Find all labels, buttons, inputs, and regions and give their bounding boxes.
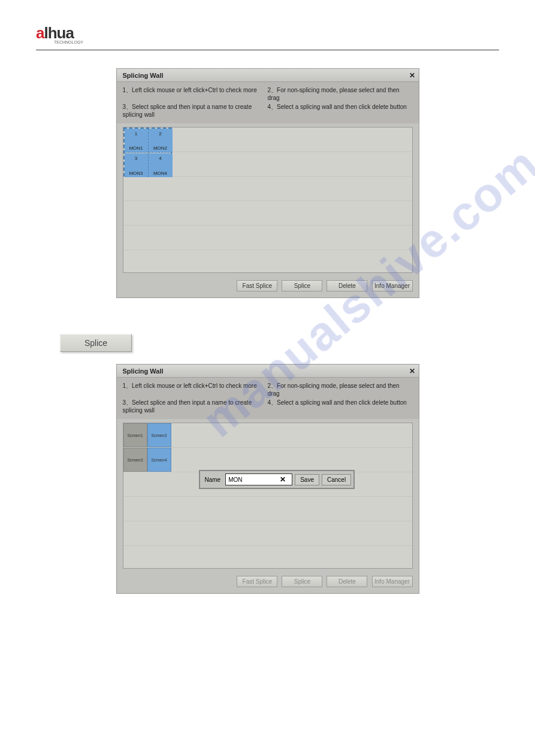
screen-cell-1[interactable]: Screen1 <box>123 423 147 447</box>
clear-icon[interactable]: ✕ <box>280 475 288 484</box>
instruction-2: 2、For non-splicing mode, please select a… <box>268 86 413 101</box>
close-icon[interactable]: ✕ <box>409 367 415 375</box>
monitor-cell-3[interactable]: 3 MON3 <box>125 153 149 177</box>
monitor-label: MON3 <box>125 171 148 176</box>
instruction-3: 3、Select splice and then input a name to… <box>123 103 268 118</box>
instruction-1: 1、Left click mouse or left click+Ctrl to… <box>123 382 268 397</box>
splicing-wall-dialog-1: Splicing Wall ✕ 1、Left click mouse or le… <box>116 68 419 298</box>
delete-button[interactable]: Delete <box>327 280 367 292</box>
monitor-number: 2 <box>149 129 173 136</box>
screen-cell-2[interactable]: Screen2 <box>147 423 171 447</box>
monitor-number: 4 <box>149 153 173 161</box>
monitor-cell-1[interactable]: 1 MON1 <box>125 129 149 153</box>
monitor-grid[interactable]: 1 MON1 2 MON2 3 MON3 4 MON4 <box>123 127 413 273</box>
instruction-2: 2、For non-splicing mode, please select a… <box>268 382 413 397</box>
splice-standalone-button[interactable]: Splice <box>60 334 132 352</box>
title-bar: Splicing Wall ✕ <box>117 69 419 82</box>
instruction-4: 4、Select a splicing wall and then click … <box>268 103 413 118</box>
monitor-cell-4[interactable]: 4 MON4 <box>149 153 173 177</box>
title-bar: Splicing Wall ✕ <box>117 365 419 378</box>
info-manager-button[interactable]: Info Manager <box>372 576 413 587</box>
monitor-grid[interactable]: Screen1 Screen2 Screen3 Screen4 Name ✕ S… <box>123 423 413 569</box>
monitor-number: 1 <box>125 129 148 136</box>
screen-cell-3[interactable]: Screen3 <box>123 448 147 472</box>
monitor-label: MON4 <box>149 171 173 176</box>
close-icon[interactable]: ✕ <box>409 71 415 80</box>
button-row: Fast Splice Splice Delete Info Manager <box>117 277 419 297</box>
dialog-title: Splicing Wall <box>123 72 164 79</box>
splice-button[interactable]: Splice <box>282 280 322 292</box>
delete-button[interactable]: Delete <box>327 576 367 587</box>
name-popup: Name ✕ Save Cancel <box>199 470 355 489</box>
monitor-label: MON1 <box>125 145 148 151</box>
cancel-button[interactable]: Cancel <box>322 474 351 485</box>
instructions-panel: 1、Left click mouse or left click+Ctrl to… <box>117 82 419 123</box>
name-label: Name <box>202 476 223 483</box>
logo-subtitle: TECHNOLOGY <box>54 40 83 44</box>
save-button[interactable]: Save <box>295 474 319 485</box>
logo: alhua TECHNOLOGY <box>36 24 499 45</box>
splice-button[interactable]: Splice <box>282 576 322 587</box>
instruction-3: 3、Select splice and then input a name to… <box>123 399 268 414</box>
name-input[interactable] <box>226 475 280 484</box>
dialog-title: Splicing Wall <box>123 368 164 375</box>
instruction-1: 1、Left click mouse or left click+Ctrl to… <box>123 86 268 101</box>
instructions-panel: 1、Left click mouse or left click+Ctrl to… <box>117 378 419 419</box>
fast-splice-button[interactable]: Fast Splice <box>237 576 277 587</box>
divider <box>36 50 499 50</box>
monitor-cell-2[interactable]: 2 MON2 <box>149 129 173 153</box>
splicing-wall-dialog-2: Splicing Wall ✕ 1、Left click mouse or le… <box>116 364 419 594</box>
fast-splice-button[interactable]: Fast Splice <box>237 280 277 292</box>
button-row: Fast Splice Splice Delete Info Manager <box>117 572 419 593</box>
name-input-wrap: ✕ <box>225 473 292 485</box>
instruction-4: 4、Select a splicing wall and then click … <box>268 399 413 414</box>
info-manager-button[interactable]: Info Manager <box>372 280 413 292</box>
screen-cell-4[interactable]: Screen4 <box>147 448 171 472</box>
monitor-label: MON2 <box>149 145 173 151</box>
monitor-number: 3 <box>125 153 148 161</box>
